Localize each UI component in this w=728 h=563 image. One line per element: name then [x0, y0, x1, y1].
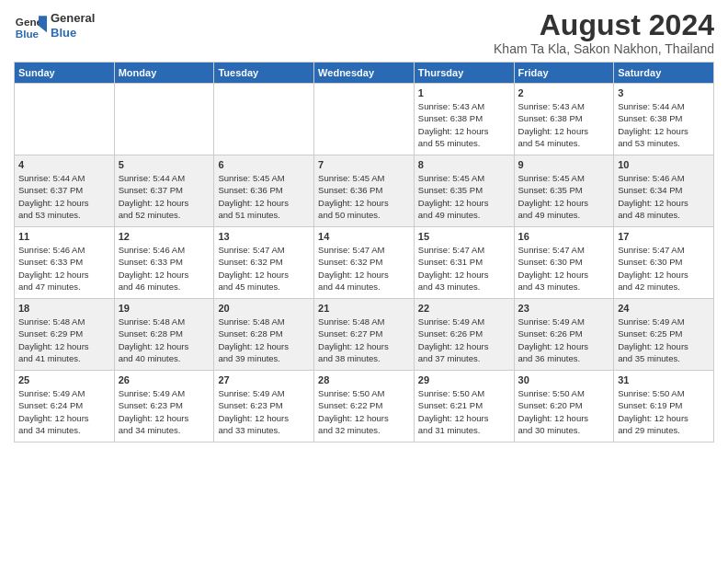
calendar-cell: 11Sunrise: 5:46 AMSunset: 6:33 PMDayligh…: [15, 227, 115, 299]
day-info: Sunrise: 5:47 AMSunset: 6:32 PMDaylight:…: [218, 244, 310, 293]
page-header: General Blue General Blue August 2024 Kh…: [14, 9, 714, 56]
day-info: Sunrise: 5:49 AMSunset: 6:23 PMDaylight:…: [119, 387, 210, 436]
day-number: 19: [119, 303, 210, 314]
calendar-cell: 19Sunrise: 5:48 AMSunset: 6:28 PMDayligh…: [114, 299, 214, 371]
day-info: Sunrise: 5:46 AMSunset: 6:33 PMDaylight:…: [119, 244, 210, 293]
day-info: Sunrise: 5:47 AMSunset: 6:31 PMDaylight:…: [418, 244, 510, 293]
weekday-header: Saturday: [614, 63, 714, 84]
calendar-cell: 27Sunrise: 5:49 AMSunset: 6:23 PMDayligh…: [214, 371, 314, 442]
day-number: 16: [518, 231, 610, 242]
day-number: 30: [518, 374, 610, 385]
day-info: Sunrise: 5:45 AMSunset: 6:36 PMDaylight:…: [318, 172, 410, 221]
day-info: Sunrise: 5:50 AMSunset: 6:19 PMDaylight:…: [618, 387, 710, 436]
day-info: Sunrise: 5:48 AMSunset: 6:27 PMDaylight:…: [318, 316, 410, 364]
calendar-table: SundayMondayTuesdayWednesdayThursdayFrid…: [14, 62, 714, 442]
day-info: Sunrise: 5:45 AMSunset: 6:35 PMDaylight:…: [518, 172, 610, 221]
day-info: Sunrise: 5:48 AMSunset: 6:28 PMDaylight:…: [119, 316, 210, 364]
day-info: Sunrise: 5:47 AMSunset: 6:30 PMDaylight:…: [518, 244, 610, 293]
calendar-cell: 12Sunrise: 5:46 AMSunset: 6:33 PMDayligh…: [114, 227, 214, 299]
day-number: 22: [418, 303, 510, 314]
calendar-week-row: 11Sunrise: 5:46 AMSunset: 6:33 PMDayligh…: [15, 227, 714, 299]
calendar-cell: 5Sunrise: 5:44 AMSunset: 6:37 PMDaylight…: [114, 155, 214, 227]
day-info: Sunrise: 5:50 AMSunset: 6:22 PMDaylight:…: [318, 387, 410, 436]
day-info: Sunrise: 5:50 AMSunset: 6:20 PMDaylight:…: [518, 387, 610, 436]
weekday-header: Wednesday: [314, 63, 415, 84]
day-number: 15: [418, 231, 510, 242]
calendar-cell: 10Sunrise: 5:46 AMSunset: 6:34 PMDayligh…: [614, 155, 714, 227]
logo: General Blue General Blue: [14, 9, 95, 42]
calendar-cell: 15Sunrise: 5:47 AMSunset: 6:31 PMDayligh…: [414, 227, 514, 299]
calendar-cell: 14Sunrise: 5:47 AMSunset: 6:32 PMDayligh…: [314, 227, 415, 299]
calendar-cell: 17Sunrise: 5:47 AMSunset: 6:30 PMDayligh…: [614, 227, 714, 299]
day-number: 4: [18, 159, 110, 170]
day-info: Sunrise: 5:44 AMSunset: 6:37 PMDaylight:…: [18, 172, 110, 221]
weekday-header: Sunday: [15, 63, 115, 84]
day-info: Sunrise: 5:45 AMSunset: 6:36 PMDaylight:…: [218, 172, 310, 221]
day-number: 25: [18, 374, 110, 385]
day-info: Sunrise: 5:47 AMSunset: 6:30 PMDaylight:…: [618, 244, 710, 293]
day-number: 21: [318, 303, 410, 314]
logo-text: General Blue: [51, 11, 95, 40]
day-number: 5: [119, 159, 210, 170]
calendar-cell: 26Sunrise: 5:49 AMSunset: 6:23 PMDayligh…: [114, 371, 214, 442]
day-info: Sunrise: 5:43 AMSunset: 6:38 PMDaylight:…: [518, 100, 610, 149]
calendar-cell: [15, 84, 115, 155]
day-number: 26: [119, 374, 210, 385]
calendar-cell: 16Sunrise: 5:47 AMSunset: 6:30 PMDayligh…: [514, 227, 614, 299]
day-info: Sunrise: 5:46 AMSunset: 6:33 PMDaylight:…: [18, 244, 110, 293]
calendar-week-row: 1Sunrise: 5:43 AMSunset: 6:38 PMDaylight…: [15, 84, 714, 155]
day-number: 3: [618, 87, 710, 98]
calendar-week-row: 25Sunrise: 5:49 AMSunset: 6:24 PMDayligh…: [15, 371, 714, 442]
svg-marker-2: [39, 16, 47, 32]
calendar-cell: 20Sunrise: 5:48 AMSunset: 6:28 PMDayligh…: [214, 299, 314, 371]
day-number: 8: [418, 159, 510, 170]
day-number: 24: [618, 303, 710, 314]
calendar-cell: 7Sunrise: 5:45 AMSunset: 6:36 PMDaylight…: [314, 155, 415, 227]
day-number: 12: [119, 231, 210, 242]
calendar-cell: 22Sunrise: 5:49 AMSunset: 6:26 PMDayligh…: [414, 299, 514, 371]
day-number: 18: [18, 303, 110, 314]
day-info: Sunrise: 5:43 AMSunset: 6:38 PMDaylight:…: [418, 100, 510, 149]
day-number: 20: [218, 303, 310, 314]
day-info: Sunrise: 5:49 AMSunset: 6:23 PMDaylight:…: [218, 387, 310, 436]
day-number: 23: [518, 303, 610, 314]
day-info: Sunrise: 5:45 AMSunset: 6:35 PMDaylight:…: [418, 172, 510, 221]
day-number: 14: [318, 231, 410, 242]
day-info: Sunrise: 5:47 AMSunset: 6:32 PMDaylight:…: [318, 244, 410, 293]
day-info: Sunrise: 5:49 AMSunset: 6:24 PMDaylight:…: [18, 387, 110, 436]
day-info: Sunrise: 5:49 AMSunset: 6:26 PMDaylight:…: [518, 316, 610, 364]
page-subtitle: Kham Ta Kla, Sakon Nakhon, Thailand: [494, 41, 714, 56]
day-number: 11: [18, 231, 110, 242]
header-row: SundayMondayTuesdayWednesdayThursdayFrid…: [15, 63, 714, 84]
day-number: 28: [318, 374, 410, 385]
calendar-cell: 31Sunrise: 5:50 AMSunset: 6:19 PMDayligh…: [614, 371, 714, 442]
calendar-cell: 23Sunrise: 5:49 AMSunset: 6:26 PMDayligh…: [514, 299, 614, 371]
calendar-week-row: 4Sunrise: 5:44 AMSunset: 6:37 PMDaylight…: [15, 155, 714, 227]
weekday-header: Friday: [514, 63, 614, 84]
weekday-header: Tuesday: [214, 63, 314, 84]
day-info: Sunrise: 5:46 AMSunset: 6:34 PMDaylight:…: [618, 172, 710, 221]
day-number: 10: [618, 159, 710, 170]
day-info: Sunrise: 5:49 AMSunset: 6:26 PMDaylight:…: [418, 316, 510, 364]
calendar-header: SundayMondayTuesdayWednesdayThursdayFrid…: [15, 63, 714, 84]
calendar-cell: 30Sunrise: 5:50 AMSunset: 6:20 PMDayligh…: [514, 371, 614, 442]
day-number: 27: [218, 374, 310, 385]
weekday-header: Monday: [114, 63, 214, 84]
weekday-header: Thursday: [414, 63, 514, 84]
calendar-cell: [314, 84, 415, 155]
logo-icon: General Blue: [14, 9, 47, 42]
day-number: 31: [618, 374, 710, 385]
day-info: Sunrise: 5:49 AMSunset: 6:25 PMDaylight:…: [618, 316, 710, 364]
calendar-cell: 6Sunrise: 5:45 AMSunset: 6:36 PMDaylight…: [214, 155, 314, 227]
day-number: 17: [618, 231, 710, 242]
day-info: Sunrise: 5:48 AMSunset: 6:28 PMDaylight:…: [218, 316, 310, 364]
day-number: 29: [418, 374, 510, 385]
calendar-cell: 18Sunrise: 5:48 AMSunset: 6:29 PMDayligh…: [15, 299, 115, 371]
calendar-cell: [214, 84, 314, 155]
calendar-cell: [114, 84, 214, 155]
calendar-body: 1Sunrise: 5:43 AMSunset: 6:38 PMDaylight…: [15, 84, 714, 442]
calendar-cell: 2Sunrise: 5:43 AMSunset: 6:38 PMDaylight…: [514, 84, 614, 155]
calendar-cell: 24Sunrise: 5:49 AMSunset: 6:25 PMDayligh…: [614, 299, 714, 371]
calendar-cell: 28Sunrise: 5:50 AMSunset: 6:22 PMDayligh…: [314, 371, 415, 442]
day-number: 7: [318, 159, 410, 170]
